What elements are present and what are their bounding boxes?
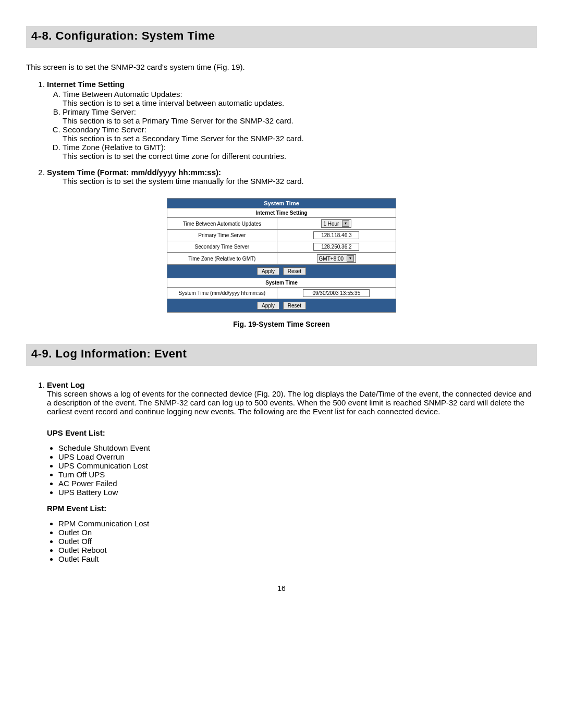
ups-event-item: AC Power Failed xyxy=(58,479,537,488)
ups-event-item: Schedule Shutdown Event xyxy=(58,443,537,452)
dropdown-arrow-icon: ▾ xyxy=(342,220,349,227)
item-event-log: Event Log This screen shows a log of eve… xyxy=(47,380,537,416)
rpm-event-list: RPM Communication Lost Outlet On Outlet … xyxy=(58,519,537,563)
row-primary-time-server: Primary Time Server 128.118.46.3 xyxy=(167,230,396,241)
item1-B-title: Primary Time Server: xyxy=(63,107,136,116)
reset-button-1[interactable]: Reset xyxy=(283,267,306,275)
primary-time-server-input[interactable]: 128.118.46.3 xyxy=(313,231,359,239)
section-4-8-header: 4-8. Configuration: System Time xyxy=(26,26,537,48)
row-system-time: System Time (mm/dd/yyyy hh:mm:ss) 09/30/… xyxy=(167,288,396,299)
ups-event-item: UPS Battery Low xyxy=(58,488,537,497)
item1-D: Time Zone (Relative to GMT): This sectio… xyxy=(63,143,537,161)
ups-event-list: Schedule Shutdown Event UPS Load Overrun… xyxy=(58,443,537,497)
row1-label: Time Between Automatic Updates xyxy=(167,218,277,230)
item1-D-desc: This section is to set the correct time … xyxy=(63,152,286,161)
section-4-9-title: 4-9. Log Information: Event xyxy=(31,347,532,361)
event-log-body: This screen shows a log of events for th… xyxy=(47,389,537,416)
table-header-main: System Time xyxy=(167,199,396,208)
row4-label: Time Zone (Relative to GMT) xyxy=(167,253,277,265)
item1-C: Secondary Time Server: This section is t… xyxy=(63,125,537,143)
item1-sublist: Time Between Automatic Updates: This sec… xyxy=(63,90,537,161)
row5-label: System Time (mm/dd/yyyy hh:mm:ss) xyxy=(167,288,277,299)
ups-event-item: UPS Communication Lost xyxy=(58,461,537,470)
item2-label: System Time (Format: mm/dd/yyyy hh:mm:ss… xyxy=(47,168,221,177)
item1-B-desc: This section is to set a Primary Time Se… xyxy=(63,116,293,125)
rpm-event-block: RPM Event List: xyxy=(47,504,537,513)
rpm-event-item: Outlet Off xyxy=(58,537,537,546)
row-secondary-time-server: Secondary Time Server 128.250.36.2 xyxy=(167,241,396,253)
item1-D-title: Time Zone (Relative to GMT): xyxy=(63,143,166,152)
apply-button-2[interactable]: Apply xyxy=(257,302,279,310)
table-header-system: System Time xyxy=(167,278,396,288)
ups-event-item: Turn Off UPS xyxy=(58,470,537,479)
section-4-8-intro: This screen is to set the SNMP-32 card's… xyxy=(26,63,537,71)
ups-event-block: UPS Event List: xyxy=(47,428,537,437)
row3-label: Secondary Time Server xyxy=(167,241,277,253)
page-number: 16 xyxy=(26,584,537,593)
item-internet-time-setting: Internet Time Setting Time Between Autom… xyxy=(47,80,537,161)
item1-C-title: Secondary Time Server: xyxy=(63,125,146,134)
ups-event-item: UPS Load Overrun xyxy=(58,452,537,461)
apply-button-1[interactable]: Apply xyxy=(257,267,279,275)
item1-B: Primary Time Server: This section is to … xyxy=(63,107,537,125)
item2-desc: This section is to set the system time m… xyxy=(63,177,537,186)
button-row-1: Apply Reset xyxy=(167,265,396,278)
item1-A-desc: This section is to set a time interval b… xyxy=(63,98,284,107)
rpm-event-item: RPM Communication Lost xyxy=(58,519,537,528)
table-header-internet: Internet Time Setting xyxy=(167,208,396,218)
row1-value-cell: 1 Hour ▾ xyxy=(277,218,396,230)
item1-A-title: Time Between Automatic Updates: xyxy=(63,90,182,98)
time-zone-value: GMT+8:00 xyxy=(319,256,344,262)
time-zone-select[interactable]: GMT+8:00 ▾ xyxy=(317,254,357,263)
time-interval-value: 1 Hour xyxy=(323,221,339,227)
section-4-9-header: 4-9. Log Information: Event xyxy=(26,344,537,366)
rpm-event-item: Outlet On xyxy=(58,528,537,537)
reset-button-2[interactable]: Reset xyxy=(283,302,306,310)
rpm-event-heading: RPM Event List: xyxy=(47,504,537,513)
system-time-input[interactable]: 09/30/2003 13:55:35 xyxy=(303,289,370,297)
figure-19-container: System Time Internet Time Setting Time B… xyxy=(26,198,537,328)
dropdown-arrow-icon: ▾ xyxy=(347,255,354,262)
figure-19-caption: Fig. 19-System Time Screen xyxy=(26,320,537,328)
section-4-8-title: 4-8. Configuration: System Time xyxy=(31,29,532,43)
event-log-label: Event Log xyxy=(47,380,85,389)
row-time-zone: Time Zone (Relative to GMT) GMT+8:00 ▾ xyxy=(167,253,396,265)
rpm-event-item: Outlet Fault xyxy=(58,554,537,563)
item1-A: Time Between Automatic Updates: This sec… xyxy=(63,90,537,107)
item1-C-desc: This section is to set a Secondary Time … xyxy=(63,134,304,143)
system-time-table: System Time Internet Time Setting Time B… xyxy=(167,198,396,313)
button-row-2: Apply Reset xyxy=(167,299,396,313)
section-4-9-list: Event Log This screen shows a log of eve… xyxy=(47,380,537,416)
item1-label: Internet Time Setting xyxy=(47,80,125,89)
ups-event-heading: UPS Event List: xyxy=(47,428,537,437)
time-interval-select[interactable]: 1 Hour ▾ xyxy=(321,219,351,228)
section-4-8-list: Internet Time Setting Time Between Autom… xyxy=(47,80,537,186)
row2-label: Primary Time Server xyxy=(167,230,277,241)
secondary-time-server-input[interactable]: 128.250.36.2 xyxy=(313,243,359,251)
item-system-time-format: System Time (Format: mm/dd/yyyy hh:mm:ss… xyxy=(47,168,537,186)
row-time-between-updates: Time Between Automatic Updates 1 Hour ▾ xyxy=(167,218,396,230)
rpm-event-item: Outlet Reboot xyxy=(58,546,537,554)
